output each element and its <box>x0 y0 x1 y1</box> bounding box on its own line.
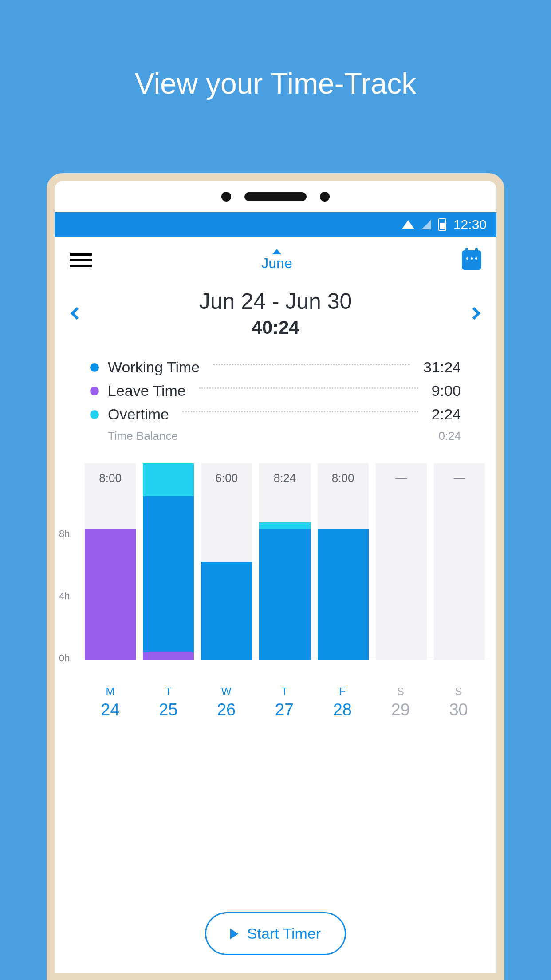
next-week-button[interactable] <box>468 307 480 320</box>
stat-working: Working Time 31:24 <box>90 359 461 376</box>
start-timer-label: Start Timer <box>247 925 321 942</box>
stat-label: Working Time <box>108 359 200 376</box>
phone-frame: 12:30 June Jun 24 - Jun 30 40:24 Working… <box>47 173 504 980</box>
chart-column[interactable]: 8:24 <box>259 463 310 660</box>
status-bar: 12:30 <box>55 212 496 237</box>
chart-column[interactable]: — <box>376 463 427 660</box>
month-label: June <box>261 255 292 272</box>
phone-speaker <box>55 181 496 212</box>
stat-balance: Time Balance 0:24 <box>108 429 461 443</box>
day-cell[interactable]: T27 <box>256 685 314 719</box>
day-cell[interactable]: S29 <box>371 685 429 719</box>
status-time: 12:30 <box>453 217 487 232</box>
bar-segment <box>143 463 194 496</box>
chart-column[interactable]: 6:00 <box>201 463 252 660</box>
stat-label: Time Balance <box>108 429 178 443</box>
stats-block: Working Time 31:24 Leave Time 9:00 Overt… <box>55 338 496 463</box>
calendar-icon[interactable] <box>462 250 481 270</box>
y-tick: 0h <box>59 652 70 664</box>
day-cell[interactable]: F28 <box>313 685 371 719</box>
stat-value: 9:00 <box>432 382 461 399</box>
bar-value-label: 8:24 <box>259 463 310 485</box>
stat-leave: Leave Time 9:00 <box>90 382 461 399</box>
day-of-week: W <box>197 685 256 698</box>
footer: Start Timer <box>55 912 496 955</box>
overtime-bullet-icon <box>90 410 99 419</box>
day-number: 24 <box>81 700 139 719</box>
chart-column[interactable]: 10:00 <box>143 463 194 660</box>
stat-value: 31:24 <box>423 359 461 376</box>
prev-week-button[interactable] <box>71 307 83 320</box>
app-header: June <box>55 237 496 283</box>
day-of-week: T <box>256 685 314 698</box>
day-number: 30 <box>429 700 488 719</box>
stat-label: Leave Time <box>108 382 186 399</box>
y-tick: 8h <box>59 528 70 540</box>
bar-value-label: — <box>434 463 485 485</box>
day-number: 29 <box>371 700 429 719</box>
month-selector[interactable]: June <box>261 249 292 272</box>
leave-bullet-icon <box>90 387 99 395</box>
date-range: Jun 24 - Jun 30 <box>199 288 352 314</box>
signal-icon <box>421 220 431 229</box>
day-cell[interactable]: T25 <box>139 685 197 719</box>
bar-value-label: 6:00 <box>201 463 252 485</box>
bar-segment <box>143 652 194 661</box>
chart-column[interactable]: 8:00 <box>85 463 136 660</box>
day-number: 27 <box>256 700 314 719</box>
bar-value-label: — <box>376 463 427 485</box>
stat-label: Overtime <box>108 406 169 423</box>
wifi-icon <box>402 220 414 229</box>
range-header: Jun 24 - Jun 30 40:24 <box>55 283 496 338</box>
day-number: 28 <box>313 700 371 719</box>
start-timer-button[interactable]: Start Timer <box>205 912 346 955</box>
bar-value-label: 8:00 <box>318 463 369 485</box>
chart-column[interactable]: 8:00 <box>318 463 369 660</box>
bar-segment <box>318 529 369 660</box>
weekly-chart: 0h 4h 8h 8:0010:006:008:248:00—— <box>55 463 496 676</box>
bar-segment <box>201 562 252 660</box>
bar-segment <box>143 496 194 652</box>
day-of-week: T <box>139 685 197 698</box>
day-number: 25 <box>139 700 197 719</box>
day-cell[interactable]: M24 <box>81 685 139 719</box>
day-number: 26 <box>197 700 256 719</box>
menu-icon[interactable] <box>70 250 92 270</box>
bar-segment <box>85 529 136 660</box>
stat-value: 0:24 <box>438 429 461 443</box>
battery-icon <box>438 218 446 231</box>
chevron-up-icon <box>272 249 281 254</box>
day-of-week: F <box>313 685 371 698</box>
stat-value: 2:24 <box>432 406 461 423</box>
day-axis: M24T25W26T27F28S29S30 <box>55 676 496 719</box>
bar-value-label: 8:00 <box>85 463 136 485</box>
total-time: 40:24 <box>199 317 352 338</box>
chart-column[interactable]: — <box>434 463 485 660</box>
promo-title: View your Time-Track <box>0 0 551 100</box>
play-icon <box>230 929 238 939</box>
bar-segment <box>259 522 310 529</box>
y-tick: 4h <box>59 590 70 602</box>
day-of-week: M <box>81 685 139 698</box>
day-cell[interactable]: S30 <box>429 685 488 719</box>
day-of-week: S <box>429 685 488 698</box>
bar-segment <box>259 529 310 660</box>
stat-overtime: Overtime 2:24 <box>90 406 461 423</box>
day-of-week: S <box>371 685 429 698</box>
working-bullet-icon <box>90 363 99 372</box>
day-cell[interactable]: W26 <box>197 685 256 719</box>
